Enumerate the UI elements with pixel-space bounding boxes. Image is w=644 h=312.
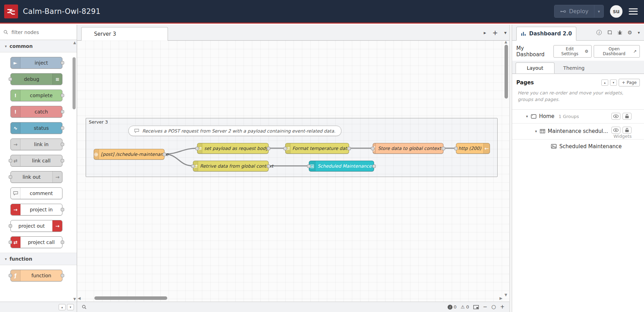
palette-node-project-call[interactable]: ⇄ project call xyxy=(10,236,62,248)
flow-list-button[interactable]: ▾ xyxy=(504,30,507,35)
main-menu-button[interactable] xyxy=(629,8,638,15)
flow-canvas[interactable]: Server 3 Receives a POST request from Se… xyxy=(77,41,509,302)
deploy-options-caret[interactable]: ▾ xyxy=(594,5,603,17)
zoom-out-button[interactable]: − xyxy=(483,304,488,310)
edit-settings-button[interactable]: Edit Settings ⚙ xyxy=(553,45,591,58)
open-dashboard-button[interactable]: Open Dashboard ↗ xyxy=(594,45,640,58)
scroll-down-icon[interactable]: ▼ xyxy=(505,293,507,297)
info-icon: i xyxy=(448,305,452,310)
output-port[interactable] xyxy=(163,153,166,156)
vertical-scrollbar-thumb[interactable] xyxy=(505,45,508,99)
horizontal-scrollbar-thumb[interactable] xyxy=(94,296,167,300)
info-button[interactable]: i xyxy=(596,30,602,35)
palette-node-function[interactable]: ƒ function xyxy=(10,270,62,281)
node-change-set-payload[interactable]: ⇄ set payload as request body xyxy=(197,143,269,154)
node-function-store-global[interactable]: ƒ Store data to global context xyxy=(373,143,443,154)
palette-category-common[interactable]: ▾ common xyxy=(0,40,77,52)
palette-node-debug[interactable]: ≡ debug xyxy=(10,73,62,85)
search-flows-button[interactable] xyxy=(82,305,86,309)
output-port[interactable] xyxy=(267,147,270,150)
tree-row-widget-scheduled-maintenance[interactable]: Scheduled Maintenance xyxy=(512,140,644,153)
scroll-left-icon[interactable]: ◀ xyxy=(78,296,80,301)
output-port[interactable] xyxy=(442,147,445,150)
input-port[interactable] xyxy=(454,147,458,150)
sidebar-menu-caret[interactable]: ▾ xyxy=(638,30,640,35)
palette-footer: ▴ ▾ xyxy=(0,302,77,312)
deploy-button[interactable]: Deploy xyxy=(554,5,594,17)
node-change-format-temperature[interactable]: ⇄ Format temperature data. xyxy=(285,143,349,154)
group-grid-icon xyxy=(540,129,545,133)
palette-node-catch[interactable]: ! catch xyxy=(10,106,62,118)
add-page-button[interactable]: + Page xyxy=(619,79,640,86)
palette-node-complete[interactable]: ! complete xyxy=(10,90,62,101)
zoom-in-button[interactable]: + xyxy=(500,304,505,310)
input-port xyxy=(9,159,12,162)
tab-theming[interactable]: Theming xyxy=(554,62,593,74)
palette-node-status[interactable]: ∿ status xyxy=(10,122,62,134)
docs-button[interactable] xyxy=(607,30,612,35)
debug-icon: ≡ xyxy=(52,74,62,85)
node-http-response[interactable]: ← http (200) xyxy=(456,143,490,154)
node-http-in[interactable]: ⊕ [post] /schedule-maintenance xyxy=(94,149,164,160)
palette-scrollbar-thumb[interactable] xyxy=(73,57,76,109)
node-change-retrieve-global[interactable]: ⇄ Retrive data from global context xyxy=(193,161,269,171)
link-in-icon: → xyxy=(11,139,20,150)
palette-node-project-in[interactable]: → project in xyxy=(10,204,62,216)
external-link-icon: ↗ xyxy=(633,49,637,54)
input-port[interactable] xyxy=(371,147,374,150)
tree-row-group-maintenance-schedule[interactable]: ▾ Maintenance schedul... 1 Widgets xyxy=(512,124,644,140)
output-port[interactable] xyxy=(267,165,270,168)
tree-row-page-home[interactable]: ▾ Home 1 Groups xyxy=(512,110,644,124)
node-ui-table-scheduled-maintenance[interactable]: ⊞ Scheduled Maintenance xyxy=(309,161,374,171)
warning-count-toggle[interactable]: ⚠ 0 xyxy=(461,304,469,310)
palette-node-link-out[interactable]: → link out xyxy=(10,171,62,183)
navigator-toggle-button[interactable] xyxy=(473,305,479,309)
palette-node-link-in[interactable]: → link in xyxy=(10,138,62,150)
lock-toggle-button[interactable] xyxy=(622,113,632,120)
input-port xyxy=(9,241,12,244)
input-port[interactable] xyxy=(195,147,199,150)
palette-category-function[interactable]: ▾ function xyxy=(0,253,77,265)
output-port[interactable] xyxy=(347,147,351,150)
input-port[interactable] xyxy=(283,147,287,150)
scroll-down-icon[interactable]: ▼ xyxy=(73,297,76,301)
palette-node-comment[interactable]: comment xyxy=(10,187,62,199)
output-port xyxy=(61,241,64,244)
tab-scroll-right-button[interactable]: ▸ xyxy=(484,30,486,35)
collapse-all-button[interactable]: ▴ xyxy=(59,304,66,310)
deploy-icon xyxy=(560,9,566,14)
input-port[interactable] xyxy=(307,165,311,168)
visibility-toggle-button[interactable] xyxy=(611,127,620,134)
output-port[interactable] xyxy=(372,165,376,168)
palette-filter-input[interactable] xyxy=(11,29,66,35)
user-avatar[interactable]: su xyxy=(610,5,622,18)
scroll-up-icon[interactable]: ▲ xyxy=(73,41,76,44)
info-icon: i xyxy=(596,30,602,35)
page-icon xyxy=(531,114,536,119)
palette-node-link-call[interactable]: ⇄ link call xyxy=(10,155,62,167)
zoom-reset-button[interactable]: ○ xyxy=(491,304,496,310)
sidebar-splitter[interactable] xyxy=(509,25,512,312)
flow-tab-server-3[interactable]: Server 3 xyxy=(81,27,168,41)
tab-layout[interactable]: Layout xyxy=(516,62,554,74)
project-in-icon: → xyxy=(11,204,20,215)
search-icon xyxy=(82,305,86,309)
comment-node[interactable]: Receives a POST request from Server 2 wi… xyxy=(128,126,341,136)
tab-dashboard-2[interactable]: Dashboard 2.0 xyxy=(516,27,576,41)
settings-button[interactable]: ⚙ xyxy=(628,29,632,36)
palette-node-inject[interactable]: ► inject xyxy=(10,57,62,69)
move-page-up-button[interactable]: ▴ xyxy=(601,79,608,86)
expand-all-button[interactable]: ▾ xyxy=(67,304,74,310)
sidebar-toolbar: Dashboard 2.0 i xyxy=(512,25,644,41)
visibility-toggle-button[interactable] xyxy=(611,113,620,120)
lock-toggle-button[interactable] xyxy=(622,127,632,134)
error-count-toggle[interactable]: i 0 xyxy=(448,304,457,310)
scroll-right-icon[interactable]: ▶ xyxy=(500,296,502,301)
input-port[interactable] xyxy=(191,165,195,168)
scroll-up-icon[interactable]: ▲ xyxy=(505,40,507,44)
palette-node-project-out[interactable]: → project out xyxy=(10,220,62,232)
move-page-down-button[interactable]: ▾ xyxy=(610,79,617,86)
debug-sidebar-button[interactable] xyxy=(618,30,622,35)
http-in-icon: ⊕ xyxy=(94,149,99,159)
add-flow-button[interactable]: + xyxy=(492,29,498,36)
